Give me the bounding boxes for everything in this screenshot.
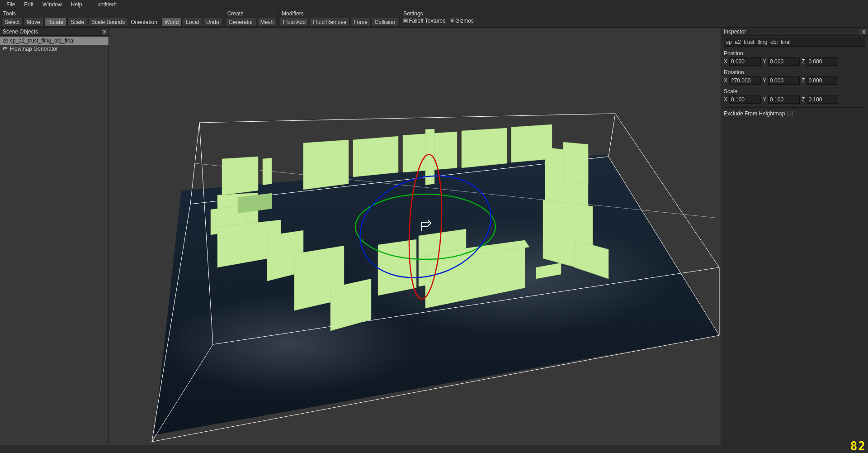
move-button[interactable]: Move	[24, 18, 43, 27]
scale-button[interactable]: Scale	[67, 18, 87, 27]
scene-tree: sp_a2_trust_fling_obj_final Flowmap Gene…	[0, 36, 108, 54]
svg-marker-12	[353, 136, 398, 177]
tool-group-settings-title: Settings	[401, 9, 476, 18]
checkbox-icon	[450, 19, 454, 23]
exclude-heightmap-label: Exclude From Heightmap	[724, 110, 785, 117]
generator-button[interactable]: Generator	[226, 18, 256, 27]
axis-z-label: Z	[802, 96, 805, 103]
rotation-z-field[interactable]	[807, 76, 838, 85]
viewport[interactable]	[109, 28, 721, 445]
scene-item-mesh[interactable]: sp_a2_trust_fling_obj_final	[0, 37, 108, 45]
gizmos-label: Gizmos	[455, 18, 474, 24]
main-area: Scene Objects x sp_a2_trust_fling_obj_fi…	[0, 28, 868, 445]
axis-y-label: Y	[763, 58, 766, 65]
axis-z-label: Z	[802, 58, 805, 65]
scene-objects-panel: Scene Objects x sp_a2_trust_fling_obj_fi…	[0, 28, 109, 445]
scale-y-field[interactable]	[768, 95, 800, 104]
fluid-add-button[interactable]: Fluid Add	[280, 18, 309, 27]
axis-x-label: X	[724, 77, 727, 84]
scale-label: Scale	[724, 87, 865, 95]
scene-objects-header: Scene Objects x	[0, 28, 108, 36]
svg-marker-18	[563, 142, 588, 184]
orientation-local-button[interactable]: Local	[183, 18, 202, 27]
axis-x-label: X	[724, 58, 727, 65]
menu-help[interactable]: Help	[66, 0, 87, 9]
falloff-textures-checkbox[interactable]: Falloff Textures	[401, 18, 447, 24]
inspector-panel: Inspector x Position X Y Z Rotation	[721, 28, 868, 445]
object-name-field[interactable]	[724, 38, 865, 47]
scene-item-flowmap[interactable]: Flowmap Generator	[0, 45, 108, 53]
select-button[interactable]: Select	[1, 18, 23, 27]
menu-bar: File Edit Window Help untitled*	[0, 0, 868, 9]
checkbox-icon	[788, 111, 793, 116]
inspector-title: Inspector	[724, 29, 746, 35]
rotation-label: Rotation	[724, 68, 865, 76]
inspector-close-button[interactable]: x	[860, 28, 868, 35]
orientation-world-button[interactable]: World	[161, 18, 182, 27]
svg-point-3	[163, 295, 416, 394]
rotation-y-field[interactable]	[768, 76, 800, 85]
tool-group-create: Create Generator Mesh	[224, 9, 278, 27]
fluid-remove-button[interactable]: Fluid Remove	[310, 18, 349, 27]
position-label: Position	[724, 49, 865, 57]
collision-button[interactable]: Collision	[372, 18, 398, 27]
status-bar: 82	[0, 445, 868, 453]
scene-objects-title: Scene Objects	[3, 29, 38, 35]
axis-x-label: X	[724, 96, 727, 103]
axis-y-label: Y	[763, 96, 766, 103]
undo-button[interactable]: Undo	[203, 18, 222, 27]
axis-z-label: Z	[802, 77, 805, 84]
tool-group-tools: Tools Select Move Rotate Scale Scale Bou…	[0, 9, 224, 27]
document-title: untitled*	[93, 0, 121, 9]
inspector-header: Inspector x	[721, 28, 868, 36]
gizmos-checkbox[interactable]: Gizmos	[448, 18, 476, 24]
orientation-label: Orientation:	[129, 19, 160, 25]
viewport-canvas	[109, 28, 721, 445]
falloff-textures-label: Falloff Textures	[409, 18, 445, 24]
menu-file[interactable]: File	[2, 0, 19, 9]
scale-bounds-button[interactable]: Scale Bounds	[88, 18, 128, 27]
position-x-field[interactable]	[729, 57, 761, 66]
scale-z-field[interactable]	[807, 95, 838, 104]
tool-group-create-title: Create	[225, 9, 278, 18]
tool-group-modifiers: Modifiers Fluid Add Fluid Remove Force C…	[278, 9, 400, 27]
mesh-icon	[3, 38, 8, 43]
rotation-x-field[interactable]	[729, 76, 761, 85]
fps-counter: 82	[850, 439, 866, 453]
scale-x-field[interactable]	[729, 95, 761, 104]
flowmap-icon	[3, 46, 8, 52]
tool-group-modifiers-title: Modifiers	[279, 9, 399, 18]
svg-marker-9	[222, 157, 258, 195]
tool-group-settings: Settings Falloff Textures Gizmos	[400, 9, 477, 27]
scene-item-label: sp_a2_trust_fling_obj_final	[10, 38, 75, 44]
svg-marker-14	[462, 128, 507, 168]
position-y-field[interactable]	[768, 57, 800, 66]
rotate-button[interactable]: Rotate	[44, 18, 66, 27]
force-button[interactable]: Force	[350, 18, 371, 27]
tool-group-tools-title: Tools	[0, 9, 223, 18]
menu-edit[interactable]: Edit	[19, 0, 38, 9]
axis-y-label: Y	[763, 77, 766, 84]
toolbar: Tools Select Move Rotate Scale Scale Bou…	[0, 9, 868, 28]
exclude-heightmap-checkbox[interactable]: Exclude From Heightmap	[724, 107, 865, 119]
svg-marker-11	[303, 140, 349, 190]
checkbox-icon	[403, 19, 408, 23]
scene-objects-close-button[interactable]: x	[100, 28, 108, 35]
scene-item-label: Flowmap Generator	[10, 46, 58, 52]
mesh-button[interactable]: Mesh	[257, 18, 277, 27]
svg-marker-10	[263, 158, 272, 185]
menu-window[interactable]: Window	[38, 0, 66, 9]
position-z-field[interactable]	[807, 57, 838, 66]
